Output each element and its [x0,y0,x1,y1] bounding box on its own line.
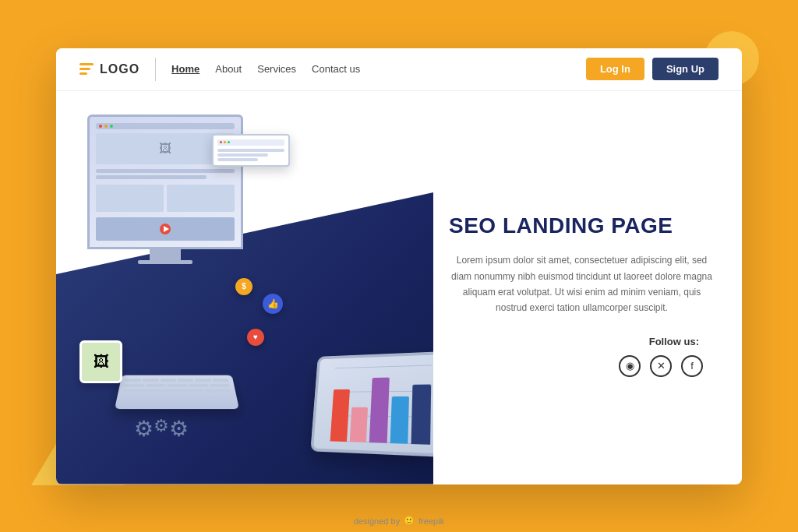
keyboard-row-1 [125,379,228,382]
key [204,389,231,392]
heart-icon: ♥ [247,329,264,346]
chart-bar-3 [369,377,390,442]
key [160,379,176,382]
header-divider [155,58,156,81]
monitor-topbar [96,123,235,129]
play-button [160,224,171,234]
key [124,383,144,386]
nav-services[interactable]: Services [257,63,296,75]
tablet [310,351,433,457]
popup-line-2 [217,153,268,157]
chart-area [320,361,433,446]
key [210,383,230,386]
outer-background: LOGO Home About Services Contact us Log … [0,0,798,532]
keyboard [115,375,239,408]
monitor-line-2 [96,175,207,179]
chart-bar-5 [411,384,431,445]
keyboard-row-3 [123,389,231,392]
chart-bar-1 [330,389,350,442]
logo-icon [79,63,94,75]
nav-home[interactable]: Home [171,63,200,75]
chart-bar-4 [390,396,409,443]
photo-card: 🖼 [79,340,122,383]
freepik-brand: freepik [418,516,444,526]
gear-icon-2: ⚙ [154,416,169,442]
monitor-stand [150,249,181,260]
dot-green [110,125,113,128]
login-button[interactable]: Log In [586,58,644,80]
keyboard-rows [117,375,236,396]
header: LOGO Home About Services Contact us Log … [56,48,742,91]
twitter-icon[interactable]: ✕ [650,355,672,377]
footer: designed by 🙂 freepik [354,516,444,526]
logo-text: LOGO [100,62,139,76]
signup-button[interactable]: Sign Up [652,58,719,80]
illustration-area: 🖼 [56,91,433,484]
key [195,379,211,382]
dot-red [99,125,102,128]
popup-line-1 [217,149,284,152]
browser-popup [212,134,290,167]
thumbs-up-icon: 👍 [263,294,283,314]
key [167,383,187,386]
popup-dot-red [220,141,222,143]
coin-icon: $ [235,278,252,295]
key [178,379,194,382]
key [143,379,159,382]
gear-group: ⚙ ⚙ ⚙ [134,416,189,442]
monitor-two-col [96,185,235,212]
nav-about[interactable]: About [215,63,242,75]
monitor-line-1 [96,169,235,173]
right-content: SEO LANDING PAGE Lorem ipsum dolor sit a… [433,91,742,484]
keyboard-row-2 [124,383,230,386]
freepik-icon: 🙂 [404,516,415,526]
instagram-icon[interactable]: ◉ [619,355,641,377]
key [189,383,209,386]
spacebar [123,389,203,392]
logo-area: LOGO [79,62,139,76]
monitor-video [96,217,235,241]
monitor-base [138,260,192,264]
monitor-col-2 [167,185,235,212]
key [212,379,228,382]
monitor-col-1 [96,185,164,212]
grid-line [335,365,432,368]
social-icons: ◉ ✕ f [449,355,715,377]
key [125,379,141,382]
nav-contact[interactable]: Contact us [312,63,360,75]
nav: Home About Services Contact us [171,63,586,75]
page-title: SEO LANDING PAGE [449,213,715,238]
popup-dot-yellow [224,141,226,143]
gear-icon-3: ⚙ [169,416,189,442]
popup-line-3 [217,158,258,161]
page-description: Lorem ipsum dolor sit amet, consectetuer… [449,252,715,316]
image-icon: 🖼 [159,142,171,156]
key [146,383,166,386]
chart-bar-2 [349,407,368,442]
footer-designed-by: designed by [354,516,400,526]
facebook-icon[interactable]: f [681,355,703,377]
main-card: LOGO Home About Services Contact us Log … [56,48,742,484]
popup-content [217,149,284,161]
gear-icon-1: ⚙ [134,416,154,442]
popup-bar [217,139,284,146]
popup-dot-green [228,141,230,143]
follow-label: Follow us: [449,336,715,347]
play-triangle [164,226,169,232]
dot-yellow [104,125,108,128]
header-buttons: Log In Sign Up [586,58,719,80]
main-content: 🖼 [56,91,742,484]
